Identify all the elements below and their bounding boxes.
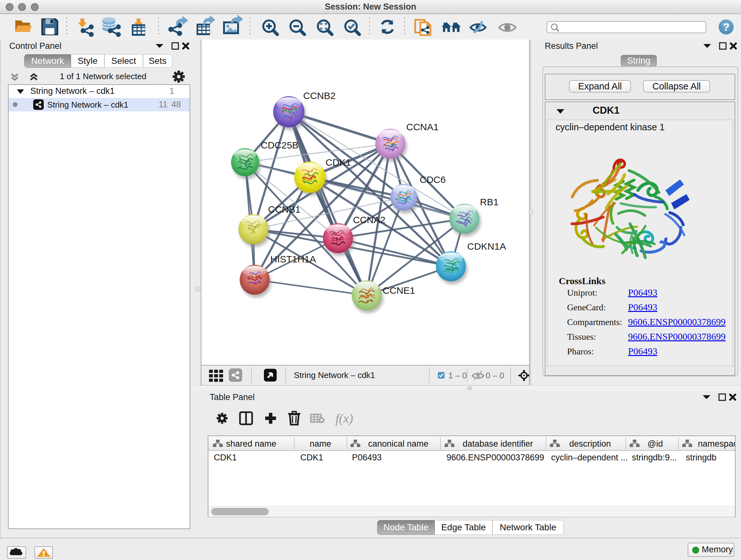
svg-text:CDKN1A: CDKN1A — [467, 241, 506, 252]
svg-text:shared name: shared name — [226, 439, 276, 449]
svg-text:namespace: namespace — [698, 439, 735, 449]
svg-text:@id: @id — [648, 439, 663, 449]
svg-text:name: name — [310, 439, 331, 449]
svg-text:database identifier: database identifier — [463, 439, 533, 449]
svg-text:RB1: RB1 — [480, 197, 498, 207]
svg-text:HIST1H1A: HIST1H1A — [270, 254, 316, 264]
svg-text:f(x): f(x) — [335, 411, 353, 426]
svg-text:CDK1: CDK1 — [326, 157, 351, 168]
svg-text:CCNA2: CCNA2 — [353, 214, 386, 225]
svg-text:CCNA1: CCNA1 — [406, 122, 439, 132]
svg-text:canonical name: canonical name — [368, 439, 428, 449]
svg-text:CCNB2: CCNB2 — [303, 90, 336, 101]
svg-text:CDC25B: CDC25B — [261, 140, 298, 150]
svg-text:CCNB1: CCNB1 — [268, 204, 300, 214]
svg-text:description: description — [569, 439, 611, 449]
svg-text:CCNE1: CCNE1 — [383, 285, 415, 296]
svg-text:CDC6: CDC6 — [420, 174, 446, 185]
